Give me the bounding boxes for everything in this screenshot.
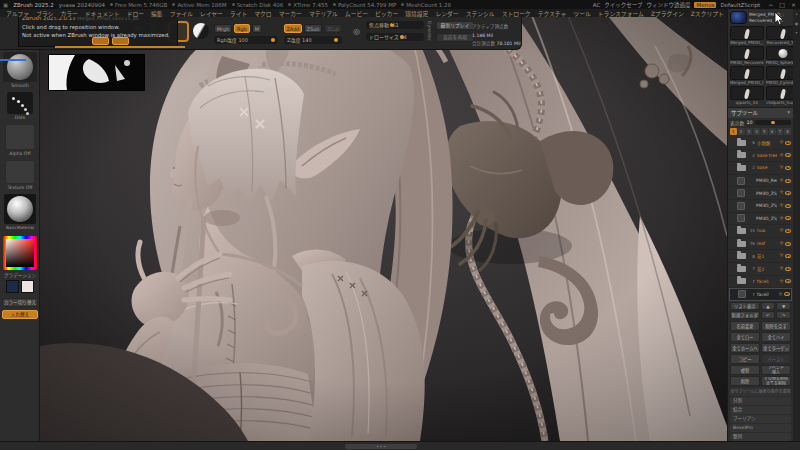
subtool-row[interactable]: PM3D_ZSphere1_8☼ xyxy=(729,200,792,213)
subtool-page-button[interactable]: 8 xyxy=(784,128,791,135)
gear-icon[interactable]: ☼ xyxy=(779,279,784,285)
color-picker[interactable] xyxy=(3,236,37,270)
menu-item[interactable]: ブラシ xyxy=(36,9,53,18)
swap-color-button[interactable]: 入れ替え xyxy=(2,310,38,319)
zadd-toggle[interactable]: ZAdd xyxy=(284,24,302,33)
right-rail[interactable]: ▴●▾ xyxy=(793,9,800,450)
tool-thumbnail[interactable]: PM3D_Recovere xyxy=(730,46,764,65)
menu-item[interactable]: マーカー xyxy=(279,9,302,18)
subtool-row[interactable]: 7face2☼ xyxy=(729,288,792,301)
command-button[interactable]: 全てを削除 xyxy=(762,382,790,386)
quickbar-item[interactable]: AC xyxy=(593,2,601,8)
command-button[interactable]: 名前変更 xyxy=(730,321,760,331)
menu-item[interactable]: ライト xyxy=(230,9,247,18)
toggle-button-b[interactable] xyxy=(112,37,129,45)
list-view-button[interactable]: リスト表示 xyxy=(730,302,760,310)
gear-icon[interactable]: ☼ xyxy=(779,253,784,259)
gear-icon[interactable]: ☼ xyxy=(779,216,784,222)
tool-thumbnail[interactable]: Merged_PM3D_. xyxy=(730,26,764,45)
render-preview-thumbnail[interactable] xyxy=(48,54,145,91)
menu-item[interactable]: 編集 xyxy=(151,9,163,18)
subtool-page-button[interactable]: 5 xyxy=(761,128,768,135)
command-button[interactable]: 複製 xyxy=(730,365,760,375)
replay-last-button[interactable]: 最新リプレイ xyxy=(436,21,474,30)
subtool-row[interactable]: 2base☼ xyxy=(729,162,792,175)
command-button[interactable]: 全てロー xyxy=(730,332,760,342)
gear-icon[interactable]: ☼ xyxy=(779,190,784,196)
subtool-row[interactable]: 2base tree☼ xyxy=(729,150,792,163)
focal-shift-slider[interactable]: 焦点移動 -51 xyxy=(366,21,424,29)
switch-color-button[interactable]: カラー切り替え xyxy=(2,298,38,307)
menu-item[interactable]: レンダー xyxy=(435,9,458,18)
main-color-swatch[interactable] xyxy=(6,280,19,293)
subtool-row[interactable]: 7face1☼ xyxy=(729,276,792,289)
section-header-button[interactable]: 結合 xyxy=(730,406,791,414)
zsub-toggle[interactable]: ZSub xyxy=(304,24,322,33)
command-button[interactable]: 削除を戻す xyxy=(761,321,791,331)
draw-size-slider[interactable]: ドローサイズ 64 xyxy=(366,33,424,41)
dynamic-mode-label[interactable]: Dynamic xyxy=(427,21,432,41)
rgb-intensity-slider[interactable]: Rgb強度 100 xyxy=(214,36,278,44)
alpha-thumbnail[interactable] xyxy=(5,124,35,150)
eye-icon[interactable] xyxy=(784,292,790,296)
subtool-row[interactable]: PM3D_ZSphere1_4☼ xyxy=(729,213,792,226)
gear-icon[interactable]: ☼ xyxy=(779,178,784,184)
gear-icon[interactable]: ☼ xyxy=(779,165,784,171)
mrgb-toggle[interactable]: Mrgb xyxy=(214,24,232,33)
m-toggle[interactable]: M xyxy=(252,24,262,33)
menu-item[interactable]: Zプラグイン xyxy=(651,9,684,18)
new-folder-button[interactable]: 新規フォルダ xyxy=(730,311,760,319)
apply-to-all-button[interactable]: 全サブツールに最後の操作を適用 xyxy=(730,388,791,396)
replay-sub-button[interactable]: 直前を再現 xyxy=(436,33,474,42)
eye-icon[interactable] xyxy=(785,242,791,246)
menu-item[interactable]: ファイル xyxy=(170,9,193,18)
stroke-thumbnail[interactable] xyxy=(7,92,33,114)
menu-item[interactable]: カラー xyxy=(60,9,77,18)
gear-icon[interactable]: ☼ xyxy=(778,292,783,298)
subtool-page-button[interactable]: 1 xyxy=(730,128,737,135)
command-button[interactable]: 削除 xyxy=(730,376,760,386)
gear-icon[interactable]: ☼ xyxy=(779,203,784,209)
command-button[interactable]: 全てターゲット xyxy=(761,343,791,353)
secondary-color-swatch[interactable] xyxy=(21,280,34,293)
gear-icon[interactable]: ☼ xyxy=(779,241,784,247)
command-button-stack[interactable]: その他を削除全てを削除 xyxy=(761,376,791,386)
command-button[interactable]: 挿入 xyxy=(762,371,790,375)
menu-item[interactable]: Zスクリプト xyxy=(691,9,724,18)
eye-icon[interactable] xyxy=(785,204,791,208)
menu-item[interactable]: ストローク xyxy=(502,9,531,18)
gear-icon[interactable]: ☼ xyxy=(779,266,784,272)
texture-thumbnail[interactable] xyxy=(5,160,35,184)
material-sphere-icon[interactable] xyxy=(193,23,209,39)
quickbar-item[interactable]: クイックセーブ xyxy=(604,1,642,9)
eye-icon[interactable] xyxy=(785,279,791,283)
command-button[interactable]: ペースト xyxy=(761,354,791,364)
close-button[interactable]: × xyxy=(790,1,797,8)
subtool-header[interactable]: サブツール ▾ xyxy=(728,107,793,118)
command-button[interactable]: 全てハイ xyxy=(761,332,791,342)
tool-thumbnail[interactable]: PM3D_Cylinder3 xyxy=(766,66,793,85)
quickbar-item[interactable]: DefaultZScript xyxy=(720,2,760,8)
eye-icon[interactable] xyxy=(785,141,791,145)
sv-gradient[interactable] xyxy=(6,239,34,267)
menu-item[interactable]: アルファ xyxy=(6,9,29,18)
subtool-page-button[interactable]: 4 xyxy=(753,128,760,135)
eye-icon[interactable] xyxy=(785,267,791,271)
menu-item[interactable]: ピッカー xyxy=(375,9,398,18)
tool-thumbnail[interactable]: Merged_PM3D_( xyxy=(730,66,764,85)
eye-icon[interactable] xyxy=(785,179,791,183)
redo-icon[interactable]: ↷ xyxy=(776,311,791,319)
visible-count-slider[interactable]: 表示数10 xyxy=(728,118,793,127)
maximize-button[interactable]: □ xyxy=(778,1,786,8)
move-down-button[interactable]: ▼ xyxy=(776,302,791,310)
subtool-row[interactable]: 6小物類☼ xyxy=(729,137,792,150)
subtool-row[interactable]: 76leaf☼ xyxy=(729,238,792,251)
menu-item[interactable]: ツール xyxy=(573,9,590,18)
section-header-button[interactable]: ブーリアン xyxy=(730,415,791,423)
tool-thumbnail[interactable]: PM3D_Sphere3D xyxy=(766,46,793,65)
tray-handle[interactable]: • • • xyxy=(345,444,417,449)
gear-icon[interactable]: ☼ xyxy=(779,140,784,146)
section-header-button[interactable]: 整列 xyxy=(730,433,791,441)
gear-icon[interactable]: ☼ xyxy=(779,228,784,234)
zcut-toggle[interactable]: ZCut xyxy=(324,24,342,33)
